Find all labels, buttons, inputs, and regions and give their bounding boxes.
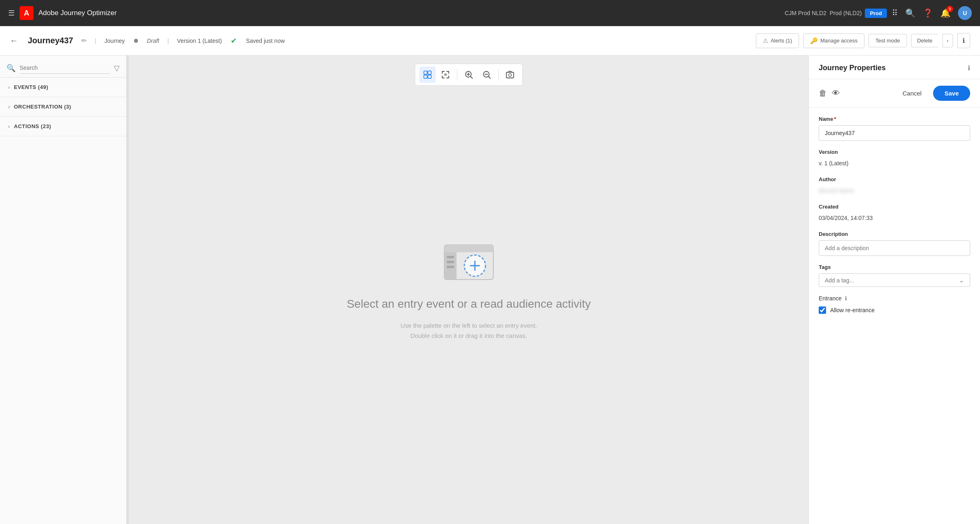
saved-label: Saved just now <box>246 38 285 44</box>
delete-panel-icon[interactable]: 🗑 <box>819 89 827 98</box>
delete-chevron-button[interactable]: › <box>942 34 953 47</box>
delete-button[interactable]: Delete <box>911 34 938 47</box>
allow-reentrance-checkbox[interactable] <box>819 306 826 314</box>
svg-rect-0 <box>424 71 427 74</box>
canvas-toolbar-separator-2 <box>498 69 499 80</box>
canvas-empty-state: Select an entry event or a read audience… <box>129 56 808 524</box>
hamburger-menu[interactable]: ☰ <box>8 9 15 18</box>
zoom-out-tool[interactable] <box>479 67 495 83</box>
sub-actions: ⚠ Alerts (1) 🔑 Manage access Test mode D… <box>756 33 970 48</box>
back-button[interactable]: ← <box>10 36 18 45</box>
events-chevron-icon: › <box>8 84 10 90</box>
svg-rect-14 <box>447 266 454 268</box>
filter-icon[interactable]: ▽ <box>114 64 120 73</box>
palette-search-input[interactable] <box>20 62 110 74</box>
sub-header: ← Journey437 ✏ | Journey Draft | Version… <box>0 26 980 56</box>
alerts-button[interactable]: ⚠ Alerts (1) <box>756 33 799 48</box>
tags-input[interactable] <box>825 277 959 284</box>
saved-checkmark-icon: ✔ <box>231 36 237 45</box>
description-input[interactable] <box>819 240 970 256</box>
panel-header: Journey Properties ℹ <box>809 56 980 79</box>
allow-reentrance-label: Allow re-entrance <box>830 307 875 313</box>
edit-icon[interactable]: ✏ <box>81 37 87 44</box>
avatar[interactable]: U <box>958 6 972 20</box>
created-value: 03/04/2024, 14:07:33 <box>819 213 970 223</box>
svg-rect-6 <box>506 72 514 78</box>
tags-chevron-icon[interactable]: ⌄ <box>959 276 964 284</box>
search-input-wrap <box>20 62 110 74</box>
breadcrumb-separator: | <box>95 38 96 44</box>
orchestration-section: › ORCHESTRATION (3) <box>0 97 126 117</box>
zoom-in-tool[interactable] <box>461 67 477 83</box>
breadcrumb-separator-2: | <box>167 38 169 44</box>
actions-chevron-icon: › <box>8 124 10 129</box>
grid-view-tool[interactable] <box>419 67 436 83</box>
journey-title: Journey437 <box>28 36 73 45</box>
entrance-info-icon[interactable]: ℹ <box>845 295 847 302</box>
app-title: Adobe Journey Optimizer <box>38 9 780 17</box>
env-label: Prod (NLD2) <box>830 10 862 16</box>
nav-icons: ⠿ 🔍 ❓ 🔔 9 U <box>892 6 972 20</box>
env-badge[interactable]: Prod <box>865 9 887 18</box>
author-value: Blurred Name <box>819 186 970 195</box>
status-dot <box>134 39 138 43</box>
entrance-field-group: Entrance ℹ Allow re-entrance <box>819 295 970 314</box>
palette-search-icon: 🔍 <box>7 64 16 73</box>
manage-access-button[interactable]: 🔑 Manage access <box>803 33 864 48</box>
name-label: Name* <box>819 116 970 122</box>
preview-icon[interactable]: 👁 <box>832 89 840 98</box>
svg-rect-10 <box>444 250 493 252</box>
actions-section-header[interactable]: › ACTIONS (23) <box>0 117 126 136</box>
apps-icon[interactable]: ⠿ <box>892 8 898 18</box>
search-icon[interactable]: 🔍 <box>905 8 915 18</box>
panel-actions: 🗑 👁 Cancel Save <box>809 79 980 108</box>
cancel-button[interactable]: Cancel <box>896 87 928 100</box>
canvas-toolbar-separator <box>457 69 457 80</box>
palette-search-area: 🔍 ▽ <box>0 56 126 78</box>
description-label: Description <box>819 231 970 237</box>
version-label: Version <box>819 149 970 155</box>
author-field-group: Author Blurred Name <box>819 176 970 195</box>
panel-body: Name* Version v. 1 (Latest) Author Blurr… <box>809 108 980 322</box>
info-button[interactable]: ℹ <box>957 33 970 48</box>
save-button[interactable]: Save <box>933 86 970 101</box>
notifications-icon[interactable]: 🔔 9 <box>940 8 951 18</box>
actions-section: › ACTIONS (23) <box>0 117 126 136</box>
svg-rect-2 <box>424 75 427 78</box>
actions-label: ACTIONS (23) <box>14 123 51 129</box>
canvas-toolbar <box>415 64 523 86</box>
orchestration-label: ORCHESTRATION (3) <box>14 104 71 110</box>
warning-icon: ⚠ <box>763 37 768 44</box>
svg-rect-1 <box>428 71 431 74</box>
name-input[interactable] <box>819 125 970 141</box>
entrance-row: Entrance ℹ <box>819 295 970 302</box>
svg-rect-13 <box>447 261 454 263</box>
events-section-header[interactable]: › EVENTS (49) <box>0 78 126 97</box>
tags-field-group: Tags ⌄ <box>819 264 970 287</box>
description-field-group: Description <box>819 231 970 256</box>
orchestration-section-header[interactable]: › ORCHESTRATION (3) <box>0 97 126 116</box>
events-label: EVENTS (49) <box>14 84 48 90</box>
help-icon[interactable]: ❓ <box>923 8 933 18</box>
panel-info-icon[interactable]: ℹ <box>968 64 970 72</box>
draft-label: Draft <box>147 38 159 44</box>
fit-view-tool[interactable] <box>437 67 454 83</box>
left-palette: 🔍 ▽ › EVENTS (49) › ORCHESTRATION (3) › … <box>0 56 127 524</box>
test-mode-button[interactable]: Test mode <box>869 34 907 47</box>
version-label: Version 1 (Latest) <box>177 38 222 44</box>
adobe-logo: A <box>20 6 33 20</box>
canvas-area: Select an entry event or a read audience… <box>129 56 808 524</box>
panel-title: Journey Properties <box>819 64 964 72</box>
main-layout: 🔍 ▽ › EVENTS (49) › ORCHESTRATION (3) › … <box>0 56 980 524</box>
svg-rect-3 <box>428 75 431 78</box>
created-field-group: Created 03/04/2024, 14:07:33 <box>819 204 970 223</box>
screenshot-tool[interactable] <box>502 67 518 83</box>
version-field-group: Version v. 1 (Latest) <box>819 149 970 168</box>
author-label: Author <box>819 176 970 182</box>
env-name: CJM Prod NLD2 <box>785 10 826 16</box>
created-label: Created <box>819 204 970 210</box>
tags-input-wrap: ⌄ <box>819 273 970 287</box>
right-panel: Journey Properties ℹ 🗑 👁 Cancel Save Nam… <box>808 56 980 524</box>
canvas-illustration <box>436 239 501 288</box>
tags-label: Tags <box>819 264 970 270</box>
